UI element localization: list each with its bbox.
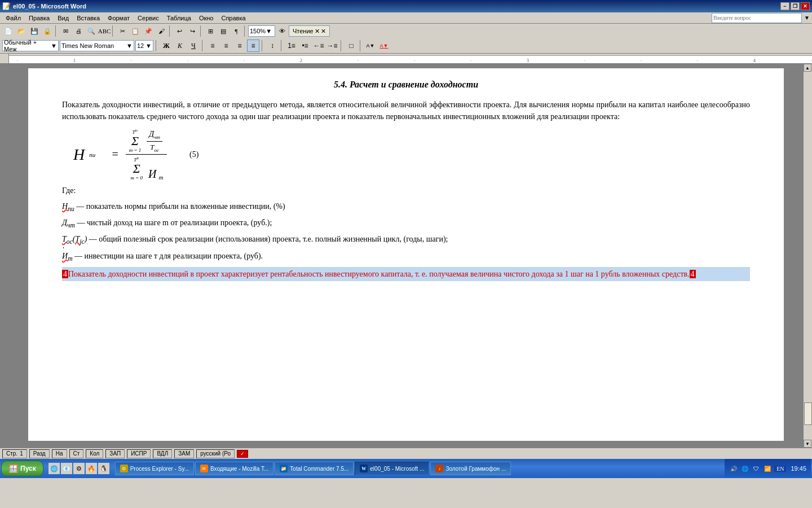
show-hide-button[interactable]: ¶	[230, 25, 242, 37]
fmt-sep-2	[202, 40, 204, 51]
menu-edit[interactable]: Правка	[25, 14, 53, 22]
redo-button[interactable]: ↪	[186, 25, 198, 37]
def4-symbol: Ит	[62, 252, 73, 260]
taskbar-item-total-commander[interactable]: 📁 Total Commander 7.5...	[275, 462, 354, 475]
style-value: Обычный + Меж	[4, 39, 51, 52]
status-zap-label: ЗАП	[109, 450, 121, 457]
open-button[interactable]: 📂	[15, 25, 28, 37]
zoom-box[interactable]: 150% ▼	[248, 25, 275, 37]
menu-window[interactable]: Окно	[196, 14, 217, 22]
taskbar-item-process-explorer[interactable]: ⚙ Process Explorer - Sy...	[115, 462, 194, 475]
increase-indent-button[interactable]: →≡	[326, 40, 338, 52]
spellcheck-button[interactable]: ABC	[98, 25, 111, 37]
scroll-thumb[interactable]	[804, 402, 812, 425]
paste-button[interactable]: 📌	[142, 25, 155, 37]
menu-help[interactable]: Справка	[218, 14, 249, 22]
highlight-button[interactable]: A▼	[364, 40, 377, 52]
status-zam: ЗАМ	[174, 449, 194, 458]
insert-table-button[interactable]: ⊞	[204, 25, 217, 37]
taskbar-item-word[interactable]: W el00_05 - Microsoft ...	[355, 462, 429, 475]
font-color-button[interactable]: A▼	[378, 40, 390, 52]
reading-mode-button[interactable]: Чтение ✕ ✕	[289, 25, 330, 37]
bold-button[interactable]: Ж	[160, 40, 173, 52]
scroll-down-button[interactable]: ▼	[804, 440, 811, 448]
taskbar-icon-process-explorer: ⚙	[120, 465, 128, 472]
close-button[interactable]: ✕	[801, 2, 810, 10]
reading-mode-dropdown[interactable]: ✕	[315, 28, 320, 35]
save-button[interactable]: 💾	[28, 25, 41, 37]
underline-button[interactable]: Ч	[187, 40, 200, 52]
formula-h: H	[73, 146, 85, 164]
fmt-sep-1	[156, 40, 158, 51]
start-button[interactable]: 🪟 Пуск	[1, 461, 43, 476]
print-preview-button[interactable]: 🔍	[85, 25, 98, 37]
menu-format[interactable]: Формат	[104, 14, 133, 22]
formula-area: H пи = Tjc Σ m = 1 Дчт	[62, 128, 750, 181]
title-bar-left: 📝 el00_05 - Microsoft Word	[2, 2, 86, 10]
style-dropdown[interactable]: Обычный + Меж ▼	[2, 40, 59, 51]
undo-button[interactable]: ↩	[173, 25, 186, 37]
format-painter-button[interactable]: 🖌	[155, 25, 167, 37]
quicklaunch-4[interactable]: 🔥	[86, 463, 97, 474]
tray-icon-4: 📶	[763, 464, 772, 473]
outside-border-button[interactable]: □	[345, 40, 358, 52]
align-left-button[interactable]: ≡	[206, 40, 219, 52]
menu-tools[interactable]: Сервис	[134, 14, 162, 22]
status-ispr: ИСПР	[127, 449, 151, 458]
taskbar-label-mozilla: Входящие - Mozilla T...	[210, 466, 268, 472]
read-mode-icon[interactable]: 👁	[276, 25, 288, 37]
start-label: Пуск	[20, 465, 36, 472]
highlight-num-end: 4	[690, 270, 696, 278]
help-search-button[interactable]: ▼	[804, 15, 810, 21]
align-center-button[interactable]: ≡	[220, 40, 232, 52]
copy-button[interactable]: 📋	[129, 25, 142, 37]
italic-button[interactable]: К	[174, 40, 186, 52]
paragraph-1[interactable]: Показатель доходности инвестиций, в отли…	[62, 99, 750, 122]
new-button[interactable]: 📄	[2, 25, 15, 37]
align-justify-button[interactable]: ≡	[247, 40, 259, 52]
scroll-up-button[interactable]: ▲	[804, 64, 811, 72]
menu-insert[interactable]: Вставка	[73, 14, 103, 22]
language-tray[interactable]: EN	[774, 466, 786, 472]
help-search-input[interactable]	[712, 13, 802, 23]
highlight-paragraph: 4Показатель доходности инвестиций в прое…	[62, 267, 750, 281]
taskbar-item-gramophone[interactable]: ♪ Золотой Граммофон ...	[430, 462, 511, 475]
toolbar-separator-5	[244, 25, 246, 37]
quicklaunch-5[interactable]: 🐧	[98, 463, 109, 474]
quicklaunch-2[interactable]: 📧	[61, 463, 72, 474]
restore-button[interactable]: ❐	[791, 2, 800, 10]
taskbar-item-mozilla[interactable]: ✉ Входящие - Mozilla T...	[195, 462, 273, 475]
language-icon: ✓	[240, 451, 245, 457]
reading-mode-label: Чтение	[293, 28, 314, 34]
reading-mode-close[interactable]: ✕	[321, 28, 326, 35]
formula-h-sub: пи	[89, 151, 95, 158]
highlight-text: Показатель доходности инвестиций в проек…	[68, 270, 690, 278]
toolbar-separator-1	[55, 25, 58, 37]
minimize-button[interactable]: −	[780, 2, 789, 10]
system-clock: 19:45	[788, 465, 806, 472]
taskbar-label-total-commander: Total Commander 7.5...	[290, 466, 348, 472]
print-button[interactable]: 🖨	[72, 25, 85, 37]
menu-table[interactable]: Таблица	[164, 14, 195, 22]
vertical-scrollbar[interactable]: ▲ ▼	[803, 64, 812, 448]
columns-button[interactable]: ▤	[217, 25, 230, 37]
align-right-button[interactable]: ≡	[233, 40, 246, 52]
permission-button[interactable]: 🔒	[41, 25, 54, 37]
menu-file[interactable]: Файл	[2, 14, 24, 22]
toolbar-area: 📄 📂 💾 🔒 ✉ 🖨 🔍 ABC ✂ 📋 📌 🖌 ↩ ↪ ⊞ ▤ ¶ 150%…	[0, 24, 812, 54]
menu-view[interactable]: Вид	[54, 14, 72, 22]
email-button[interactable]: ✉	[59, 25, 72, 37]
bulleted-list-button[interactable]: •≡	[299, 40, 311, 52]
ruler: · 1 · · · 2 · · · 3 · · · 4 · · · 5 · · …	[0, 54, 812, 64]
size-dropdown[interactable]: 12 ▼	[135, 40, 153, 51]
quicklaunch-ie[interactable]: 🌐	[48, 463, 60, 474]
line-spacing-button[interactable]: ↕	[266, 40, 279, 52]
font-dropdown[interactable]: Times New Roman ▼	[60, 40, 134, 51]
cut-button[interactable]: ✂	[116, 25, 129, 37]
numbered-list-button[interactable]: 1≡	[285, 40, 298, 52]
decrease-indent-button[interactable]: ←≡	[312, 40, 325, 52]
toolbar-separator-4	[200, 25, 202, 37]
quicklaunch-3[interactable]: ⚙	[73, 463, 85, 474]
language-indicator[interactable]: ✓	[237, 450, 248, 458]
zoom-dropdown-icon[interactable]: ▼	[266, 28, 272, 34]
